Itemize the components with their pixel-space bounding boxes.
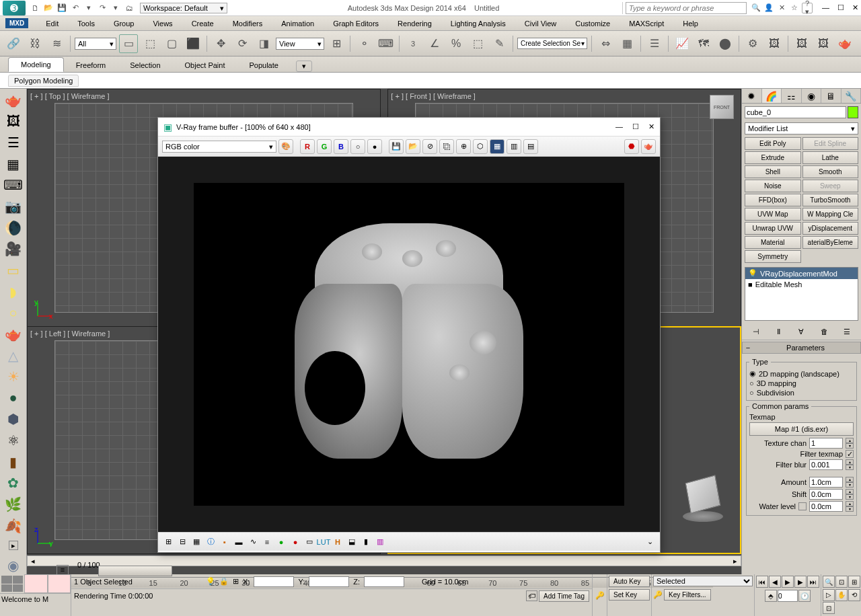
rectangle-select-icon[interactable]: ▢ xyxy=(162,34,181,53)
vfb-lut-icon[interactable]: LUT xyxy=(317,536,330,548)
menu-rendering[interactable]: Rendering xyxy=(388,20,441,28)
unlink-icon[interactable]: ⛓ xyxy=(26,34,44,53)
app-logo-icon[interactable]: ➌ xyxy=(3,1,26,15)
tab-display-icon[interactable]: 🖥 xyxy=(821,89,841,103)
spinner-buttons[interactable]: ▴▾ xyxy=(846,489,854,500)
signin-icon[interactable]: 👤 xyxy=(763,3,774,13)
tab-object-paint[interactable]: Object Paint xyxy=(173,59,237,72)
menu-help[interactable]: Help xyxy=(673,20,708,28)
vfb-correction-icon[interactable]: ▥ xyxy=(507,139,521,154)
zoom-all-icon[interactable]: ⊡ xyxy=(835,576,848,588)
workspace-dropdown[interactable]: Workspace: Default xyxy=(140,3,227,13)
align-icon[interactable]: ▦ xyxy=(617,34,636,53)
prev-frame-icon[interactable]: ◀ xyxy=(769,576,781,588)
camera-icon[interactable]: 📷 xyxy=(4,198,23,215)
vfb-cc-levels-icon[interactable]: ▬ xyxy=(233,536,245,548)
script-listener-macro2[interactable] xyxy=(48,574,71,593)
exchange-icon[interactable]: ✕ xyxy=(776,3,787,13)
radio-subdivision[interactable]: ○Subdivision xyxy=(749,388,854,397)
select-manipulate-icon[interactable]: ⚬ xyxy=(354,34,373,53)
ribbon-collapse-icon[interactable]: ▾ xyxy=(296,61,312,72)
viewport-label-front[interactable]: [ + ] [ Front ] [ Wireframe ] xyxy=(391,92,476,100)
vfb-titlebar[interactable]: ▣ V-Ray frame buffer - [100% of 640 x 48… xyxy=(158,118,660,137)
show-end-icon[interactable]: Ⅱ xyxy=(772,325,786,338)
max-toggle-icon[interactable]: ⊡ xyxy=(823,602,835,614)
spinner-snap-icon[interactable]: ⬚ xyxy=(468,34,487,53)
time-tag-icon[interactable]: 🏷 xyxy=(526,590,537,601)
box-yellow-icon[interactable]: ▭ xyxy=(4,262,23,279)
vfb-minimize-button[interactable]: — xyxy=(615,122,623,131)
texture-chan-spinner[interactable]: 1 xyxy=(809,438,843,449)
viewcube-front[interactable]: FRONT xyxy=(710,95,734,119)
vfb-save-icon[interactable]: 💾 xyxy=(389,139,404,154)
use-pivot-icon[interactable]: ⊞ xyxy=(327,34,346,53)
x-coord-input[interactable] xyxy=(254,576,294,587)
vfb-pixel-icon[interactable]: ▪ xyxy=(219,536,231,548)
subtab-polygon-modeling[interactable]: Polygon Modeling xyxy=(8,75,79,87)
play-icon[interactable]: ▶ xyxy=(782,576,794,588)
modifier-button-ydisplacement[interactable]: yDisplacement xyxy=(802,222,859,235)
vfb-history-icon[interactable]: ▤ xyxy=(523,139,538,154)
vfb-render-area[interactable] xyxy=(158,157,660,532)
vfb-bars-icon[interactable]: ▥ xyxy=(374,536,386,548)
vfb-duplicate-icon[interactable]: ⿻ xyxy=(439,139,454,154)
water-level-spinner[interactable]: 0.0cm xyxy=(809,501,843,512)
script-listener-macro[interactable] xyxy=(24,574,48,593)
render-setup-icon[interactable]: ⚙ xyxy=(743,34,762,53)
undo-dd-icon[interactable]: ▾ xyxy=(83,3,94,13)
modifier-button-ffd-box-[interactable]: FFD(box) xyxy=(745,194,801,206)
palette-expand-icon[interactable]: ▸ xyxy=(9,541,18,550)
menu-create[interactable]: Create xyxy=(182,20,223,28)
vfb-red-channel-button[interactable]: R xyxy=(300,139,315,154)
leaf-icon[interactable]: 🍂 xyxy=(4,517,23,535)
render-teapot-icon[interactable]: 🫖 xyxy=(835,34,854,53)
menu-customize[interactable]: Customize xyxy=(566,20,620,28)
menu-civil-view[interactable]: Civil View xyxy=(515,20,566,28)
make-unique-icon[interactable]: ∀ xyxy=(794,325,808,338)
amount-spinner[interactable]: 1.0cm xyxy=(809,477,843,488)
z-coord-input[interactable] xyxy=(364,576,404,587)
shift-spinner[interactable]: 0.0cm xyxy=(809,489,843,500)
vfb-grid3-icon[interactable]: ▦ xyxy=(190,536,202,548)
redo-icon[interactable]: ↷ xyxy=(97,3,108,13)
vfb-blue-channel-button[interactable]: B xyxy=(334,139,348,154)
cone-icon[interactable]: △ xyxy=(4,347,23,364)
object-name-input[interactable] xyxy=(745,106,846,118)
vfb-cc-curve-icon[interactable]: ∿ xyxy=(247,536,259,548)
schematic-view-icon[interactable]: 🗺 xyxy=(694,34,713,53)
stack-item[interactable]: 💡VRayDisplacementMod xyxy=(745,268,858,279)
vfb-render-last-icon[interactable]: 🫖 xyxy=(641,139,656,154)
filter-texmap-checkbox[interactable]: ✓ xyxy=(846,450,854,458)
modifier-button-shell[interactable]: Shell xyxy=(745,165,801,178)
new-icon[interactable]: 🗋 xyxy=(30,3,40,13)
vfb-green-channel-button[interactable]: G xyxy=(317,139,332,154)
picture-icon[interactable]: 🖼 xyxy=(4,113,23,130)
modifier-button-symmetry[interactable]: Symmetry xyxy=(745,250,801,263)
sun-icon[interactable]: ☀ xyxy=(4,368,23,385)
tab-modeling[interactable]: Modeling xyxy=(8,57,64,72)
rollout-parameters-header[interactable]: − Parameters xyxy=(742,342,861,354)
viewport-label-top[interactable]: [ + ] [ Top ] [ Wireframe ] xyxy=(30,92,109,100)
modifier-button-material[interactable]: Material xyxy=(745,236,801,249)
modifier-button-uvw-map[interactable]: UVW Map xyxy=(745,208,801,221)
menu-views[interactable]: Views xyxy=(143,20,182,28)
spinner-buttons[interactable]: ▴▾ xyxy=(846,477,854,488)
sphere-icon[interactable]: ○ xyxy=(4,304,23,321)
snap-3-icon[interactable]: 3 xyxy=(404,34,422,53)
rendered-frame-icon[interactable]: 🖼 xyxy=(765,34,784,53)
y-coord-input[interactable] xyxy=(309,576,349,587)
modifier-button-noise[interactable]: Noise xyxy=(745,180,801,192)
key-filters-button[interactable]: Key Filters... xyxy=(664,589,711,601)
vfb-grid1-icon[interactable]: ⊞ xyxy=(162,536,174,548)
vfb-link-pdplayer-icon[interactable]: ▦ xyxy=(490,139,504,154)
spinner-buttons[interactable]: ▴▾ xyxy=(846,501,854,512)
key-mode-dropdown[interactable]: Selected xyxy=(653,576,753,586)
spinner-buttons[interactable]: ▴▾ xyxy=(846,438,854,449)
curve-editor-icon[interactable]: 📈 xyxy=(673,34,691,53)
layers-icon[interactable]: ☰ xyxy=(645,34,664,53)
maximize-button[interactable]: ☐ xyxy=(837,3,844,12)
vfb-maximize-button[interactable]: ☐ xyxy=(632,122,639,131)
stack-item[interactable]: ■Editable Mesh xyxy=(745,279,858,290)
tab-create-icon[interactable]: ✹ xyxy=(742,89,762,103)
project-icon[interactable]: 🗂 xyxy=(124,3,135,13)
